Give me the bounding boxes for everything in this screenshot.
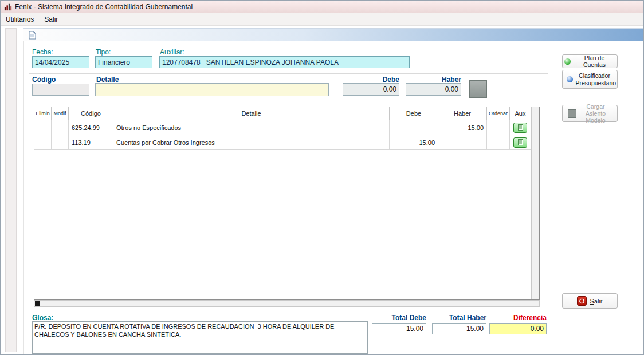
table-row[interactable]: 113.19 Cuentas por Cobrar Otros Ingresos… — [34, 135, 531, 150]
aux-document-icon — [518, 124, 523, 131]
app-logo-icon — [4, 3, 12, 11]
cell-ordenar — [487, 135, 510, 150]
column-header-debe: Debe — [390, 107, 438, 120]
left-panel — [5, 28, 17, 352]
glosa-textarea[interactable]: P/R. DEPOSITO EN CUENTA ROTATIVA DE INGR… — [32, 321, 368, 354]
column-header-detalle: Detalle — [113, 107, 390, 120]
cargar-asiento-icon — [568, 109, 576, 118]
entries-table: Elimin Modif Código Detalle Debe Haber O… — [34, 107, 540, 300]
globe-blue-icon — [567, 76, 573, 82]
cell-codigo: 625.24.99 — [69, 120, 113, 135]
debe-input[interactable] — [343, 83, 399, 96]
diferencia-label: Diferencia — [489, 314, 547, 322]
detalle-label: Detalle — [96, 76, 119, 84]
column-header-ordenar: Ordenar — [487, 107, 510, 120]
cargar-asiento-label: Cargar Asiento Modelo — [579, 103, 612, 124]
tipo-label: Tipo: — [96, 48, 111, 56]
window-title: Fenix - Sistema Integrado de Contabilida… — [15, 3, 193, 11]
glosa-label: Glosa: — [32, 314, 53, 322]
aux-document-icon — [518, 139, 523, 145]
table-header-row: Elimin Modif Código Detalle Debe Haber O… — [34, 107, 531, 120]
column-header-elimin: Elimin — [34, 107, 52, 120]
cell-modif — [52, 120, 69, 135]
plan-cuentas-label: Plan de Cuentas — [574, 54, 615, 68]
cell-elimin — [34, 135, 52, 150]
app-window: Fenix - Sistema Integrado de Contabilida… — [0, 0, 644, 355]
cell-aux — [510, 135, 531, 150]
detalle-input[interactable] — [95, 83, 329, 96]
form-divider — [29, 73, 548, 74]
total-haber-label: Total Haber — [432, 314, 486, 322]
cell-haber: 15.00 — [438, 120, 487, 135]
total-debe-value — [372, 323, 426, 334]
menu-bar: Utilitarios Salir — [1, 13, 643, 26]
codigo-input[interactable] — [32, 84, 89, 96]
codigo-label: Código — [32, 76, 56, 84]
salir-label: Salir — [590, 298, 602, 305]
haber-label: Haber — [405, 76, 461, 84]
menu-item-salir[interactable]: Salir — [39, 14, 63, 25]
auxiliar-input[interactable] — [159, 56, 410, 68]
table-row[interactable]: 625.24.99 Otros no Especificados 15.00 — [34, 120, 531, 135]
auxiliar-label: Auxiliar: — [160, 48, 184, 56]
clasificador-button[interactable]: Clasificador Presupuestario — [562, 70, 618, 89]
debe-label: Debe — [343, 76, 399, 84]
document-icon — [29, 31, 36, 40]
scrollbar-thumb[interactable] — [35, 301, 40, 306]
cell-modif — [52, 135, 69, 150]
column-header-codigo: Código — [69, 107, 113, 120]
fecha-input[interactable] — [32, 56, 89, 68]
menu-item-utilitarios[interactable]: Utilitarios — [1, 14, 39, 25]
clasificador-label: Clasificador Presupuestario — [576, 72, 614, 86]
new-document-toolbar-button[interactable] — [27, 30, 38, 40]
column-header-modif: Modif — [52, 107, 69, 120]
total-debe-label: Total Debe — [372, 314, 426, 322]
entry-lookup-button[interactable] — [469, 80, 487, 98]
cell-ordenar — [487, 120, 510, 135]
cell-codigo: 113.19 — [69, 135, 113, 150]
plan-cuentas-button[interactable]: Plan de Cuentas — [562, 54, 618, 68]
panel-divider — [23, 28, 24, 354]
cell-elimin — [34, 120, 52, 135]
globe-green-icon — [564, 58, 571, 65]
table-vertical-scrollbar[interactable] — [531, 107, 539, 299]
cargar-asiento-modelo-button[interactable]: Cargar Asiento Modelo — [562, 105, 618, 122]
cell-aux — [510, 120, 531, 135]
table-horizontal-scrollbar[interactable] — [34, 300, 540, 307]
total-haber-value — [432, 323, 486, 334]
cell-detalle: Cuentas por Cobrar Otros Ingresos — [113, 135, 390, 150]
cell-debe — [390, 120, 438, 135]
aux-button[interactable] — [513, 123, 527, 133]
aux-button[interactable] — [513, 137, 527, 148]
title-bar: Fenix - Sistema Integrado de Contabilida… — [1, 1, 643, 13]
cell-debe: 15.00 — [390, 135, 438, 150]
column-header-haber: Haber — [438, 107, 487, 120]
column-header-aux: Aux — [510, 107, 531, 120]
tipo-input[interactable] — [95, 56, 152, 68]
power-icon — [577, 296, 587, 306]
haber-input[interactable] — [406, 83, 461, 96]
diferencia-value — [489, 323, 547, 334]
cell-haber — [438, 135, 487, 150]
salir-button[interactable]: Salir — [562, 293, 618, 309]
cell-detalle: Otros no Especificados — [113, 120, 390, 135]
toolbar — [23, 28, 643, 41]
entries-table-body: Elimin Modif Código Detalle Debe Haber O… — [34, 107, 531, 299]
fecha-label: Fecha: — [32, 48, 53, 56]
